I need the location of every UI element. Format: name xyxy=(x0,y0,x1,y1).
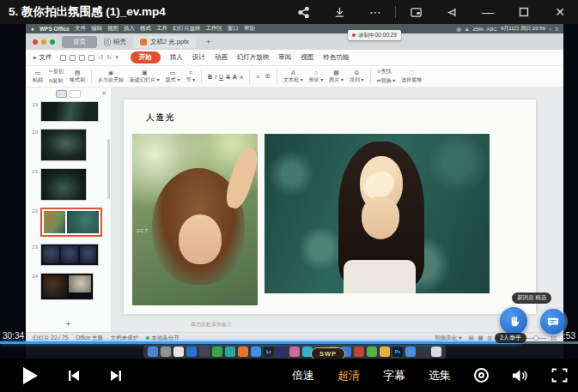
ribbon-tab-animation[interactable]: 动画 xyxy=(215,53,228,62)
ribbon-tab-design[interactable]: 设计 xyxy=(192,53,205,62)
dock-app-icon[interactable] xyxy=(238,347,248,357)
menu-tools[interactable]: 工具 xyxy=(156,25,167,33)
thumbnail-view-toggle[interactable] xyxy=(70,90,81,98)
dock-app-icon[interactable] xyxy=(277,347,287,357)
section-button[interactable]: ≡节 ▾ xyxy=(186,69,195,84)
new-tab-button[interactable]: + xyxy=(206,38,210,46)
font-style-group[interactable]: BIUSAA xyxy=(208,74,243,80)
reading-view-icon[interactable]: ▥ xyxy=(487,335,492,341)
previous-episode-button[interactable] xyxy=(66,369,81,383)
dock-app-icon[interactable] xyxy=(173,347,184,357)
find-button[interactable]: ⊙查找 xyxy=(377,68,396,75)
subtitles-button[interactable]: 字幕 xyxy=(383,368,405,383)
align-left-icon[interactable]: ≡ xyxy=(256,74,259,80)
print-icon[interactable] xyxy=(70,55,76,61)
menu-file[interactable]: 文件 xyxy=(75,25,86,33)
panel-scrollbar[interactable] xyxy=(107,139,110,199)
mac-dock[interactable]: LrBrPs xyxy=(143,345,446,359)
slide-photo-left[interactable]: 2C7 xyxy=(132,134,258,305)
tab-document[interactable]: 文稿2 光.pptx xyxy=(133,36,196,48)
slide-thumbnail[interactable]: 19 xyxy=(29,101,106,122)
align-grid-icon[interactable]: ⊞ xyxy=(265,73,271,80)
dock-app-icon[interactable] xyxy=(354,347,364,357)
dock-app-icon[interactable] xyxy=(367,347,377,357)
new-slide-button[interactable]: ▣新建幻灯片 ▾ xyxy=(130,69,160,84)
dock-app-icon[interactable]: Lr xyxy=(264,347,274,357)
slide-thumbnail[interactable]: 23 xyxy=(29,244,106,266)
dock-app-icon[interactable] xyxy=(251,347,261,357)
chevron-down-icon[interactable]: ▾ xyxy=(115,54,119,61)
slide-thumbnail[interactable]: 20 xyxy=(29,129,106,161)
dock-app-icon[interactable] xyxy=(380,347,390,357)
pip-icon[interactable] xyxy=(398,0,434,24)
ribbon-tab-insert[interactable]: 插入 xyxy=(170,53,183,62)
close-icon[interactable]: ✕ xyxy=(542,0,578,24)
textbox-button[interactable]: A文本框 ▾ xyxy=(283,69,303,84)
ribbon-tab-review[interactable]: 审阅 xyxy=(278,53,291,62)
slide-thumbnail[interactable]: 24 xyxy=(29,273,106,300)
paste-button[interactable]: ▭粘贴 xyxy=(33,69,43,84)
cast-icon[interactable] xyxy=(434,0,470,24)
slide-title[interactable]: 人造光 xyxy=(146,112,176,124)
ribbon-tab-slideshow[interactable]: 幻灯片放映 xyxy=(237,53,270,62)
menu-format[interactable]: 格式 xyxy=(140,25,151,33)
slide-sorter-icon[interactable]: ▦ xyxy=(478,335,483,341)
slide-thumbnail[interactable]: 21 xyxy=(29,168,106,201)
menu-insert[interactable]: 插入 xyxy=(124,25,135,33)
normal-view-icon[interactable]: ▤ xyxy=(468,335,473,341)
tab-docer[interactable]: D 稻壳 xyxy=(104,38,126,46)
ribbon-tab-start[interactable]: 开始 xyxy=(131,51,161,63)
layout-button[interactable]: ▭版式 ▾ xyxy=(166,69,180,84)
ribbon-tab-features[interactable]: 特色功能 xyxy=(323,53,349,62)
dock-app-icon[interactable] xyxy=(405,347,416,357)
menu-workspace[interactable]: 工作区 xyxy=(205,25,222,33)
play-button[interactable] xyxy=(23,367,38,384)
chat-button[interactable] xyxy=(540,309,566,335)
add-slide-button[interactable]: + xyxy=(26,319,111,329)
preview-icon[interactable] xyxy=(79,55,85,61)
picture-button[interactable]: ▦图片 ▾ xyxy=(329,69,344,84)
menu-view[interactable]: 视图 xyxy=(107,25,119,33)
export-icon[interactable] xyxy=(88,55,94,61)
copy-button[interactable]: ⧉复制 xyxy=(49,77,64,85)
speed-button[interactable]: 倍速 xyxy=(292,368,314,383)
ribbon-tab-view[interactable]: 视图 xyxy=(301,53,313,62)
dock-app-icon[interactable] xyxy=(431,347,441,357)
file-menu-button[interactable]: ≡ 文件 xyxy=(33,53,52,62)
save-icon[interactable] xyxy=(60,55,66,61)
selection-pane-button[interactable]: ⬚选择窗格 xyxy=(401,69,422,84)
quality-button[interactable]: 超清 xyxy=(338,368,360,383)
tab-home[interactable]: 首页 xyxy=(62,36,97,48)
seek-bar[interactable] xyxy=(0,341,578,344)
format-painter-button[interactable]: ▤格式刷 xyxy=(70,69,85,84)
menu-slideshow[interactable]: 幻灯片放映 xyxy=(173,25,201,33)
zoom-slider-knob[interactable] xyxy=(533,335,538,341)
redo-icon[interactable]: ↻ xyxy=(106,54,112,61)
close-traffic-light[interactable] xyxy=(33,39,38,45)
dock-app-icon[interactable]: Ps xyxy=(392,347,403,357)
video-area[interactable]: ● WPS Office 文件 编辑 视图 插入 格式 工具 幻灯片放映 工作区… xyxy=(0,24,578,359)
dock-app-icon[interactable] xyxy=(199,347,210,357)
menu-edit[interactable]: 编辑 xyxy=(91,25,102,33)
cut-button[interactable]: ✂剪切 xyxy=(49,68,64,75)
slide-photo-right[interactable] xyxy=(265,134,490,293)
minimize-icon[interactable]: — xyxy=(470,0,506,24)
control-center-icon[interactable]: ≡ xyxy=(555,27,558,32)
zoom-traffic-light[interactable] xyxy=(50,39,55,45)
dock-app-icon[interactable] xyxy=(212,347,222,357)
undo-icon[interactable]: ↺ xyxy=(98,54,103,61)
dock-app-icon[interactable] xyxy=(225,347,235,357)
dock-app-icon[interactable] xyxy=(186,347,197,357)
dock-app-icon[interactable] xyxy=(418,347,429,357)
maximize-icon[interactable] xyxy=(506,0,542,24)
episodes-button[interactable]: 选集 xyxy=(429,368,451,383)
search-icon[interactable]: ○ xyxy=(549,27,552,32)
panel-close-icon[interactable]: ✕ xyxy=(101,90,106,97)
replace-button[interactable]: ⇄替换 ▾ xyxy=(377,77,396,85)
dock-app-icon[interactable] xyxy=(289,347,300,357)
more-icon[interactable]: ⋯ xyxy=(357,0,393,24)
minimize-traffic-light[interactable] xyxy=(41,39,46,45)
arrange-button[interactable]: ⧉排列 ▾ xyxy=(350,69,364,84)
slide-editing-area[interactable]: 人造光 2C7 xyxy=(112,87,563,332)
slide-thumbnail-selected[interactable]: 22 xyxy=(29,208,106,237)
